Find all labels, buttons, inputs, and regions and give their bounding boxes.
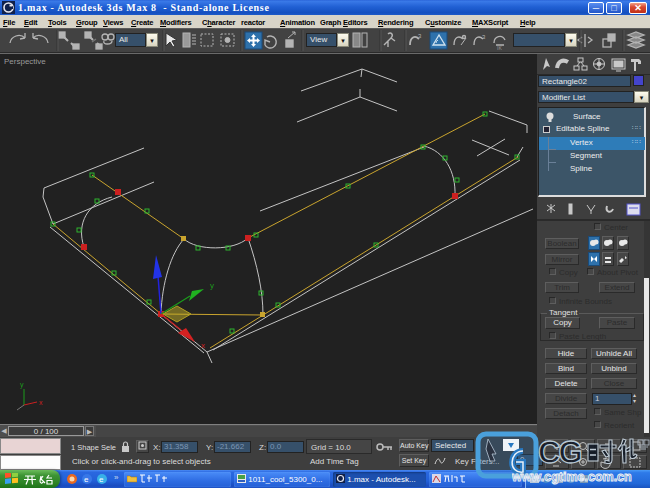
svg-text:e: e — [84, 475, 89, 484]
svg-text:y: y — [20, 381, 24, 389]
svg-text:IK: IK — [497, 45, 502, 51]
svg-text:3: 3 — [482, 34, 486, 40]
svg-text:3: 3 — [418, 33, 422, 39]
svg-text:y: y — [210, 281, 214, 290]
svg-text:x: x — [201, 341, 205, 350]
svg-text:e: e — [99, 475, 104, 484]
svg-text:x: x — [39, 399, 43, 406]
